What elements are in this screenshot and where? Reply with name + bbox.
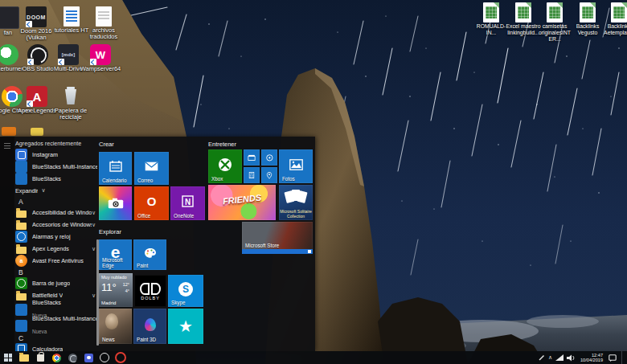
app-item-bluestacks[interactable]: BlueStacks (15, 173, 97, 185)
music-icon (264, 152, 275, 163)
bluestacks-icon (15, 320, 27, 332)
tile-camara[interactable] (99, 186, 132, 220)
calculator-icon (246, 170, 257, 181)
app-item-avast[interactable]: a Avast Free Antivirus (15, 255, 97, 267)
desktop-icon-recycle-bin[interactable]: Papelera de reciclaje (48, 86, 93, 121)
hamburger-icon[interactable] (4, 143, 10, 144)
desktop-icon-archivos[interactable]: archivos traducidos (81, 6, 126, 40)
desktop-icon-romuald[interactable]: ROMUALD-IN... (473, 2, 509, 36)
tile-skype[interactable]: S Skype (168, 275, 203, 307)
volume-icon[interactable] (567, 354, 575, 362)
app-item-instagram[interactable]: Instagram (15, 149, 97, 161)
start-button[interactable] (0, 351, 16, 364)
taskbar: ∧ 12:47 10/04/2019 (0, 351, 627, 364)
folder-icon (19, 354, 29, 362)
ring-app-icon (100, 353, 109, 362)
app-item-accesibilidad[interactable]: Accesibilidad de Windows ∨ (15, 207, 97, 219)
group-header-entretener[interactable]: Entretener (208, 141, 236, 148)
blue-app-icon (84, 354, 93, 362)
expand-button[interactable]: Expandir ∨ (15, 185, 97, 196)
group-header-explorar[interactable]: Explorar (99, 228, 121, 235)
map-pin-icon (264, 170, 275, 181)
start-menu-rail (0, 137, 14, 351)
shortcut-arrow-icon (27, 59, 34, 65)
recently-added-header: Agregados recientemente (15, 138, 97, 149)
letter-header-b[interactable]: B (15, 267, 97, 277)
wampserver-icon: W (90, 44, 111, 65)
tile-peliculas-tv[interactable] (244, 149, 260, 166)
alarm-clock-icon (15, 231, 27, 243)
folder-icon (15, 243, 27, 255)
tile-candy-crush-friends[interactable]: FRIENDS (208, 185, 276, 220)
app-item-barra-de-juego[interactable]: Barra de juego (15, 277, 97, 289)
show-desktop-button[interactable] (621, 351, 624, 364)
candy-crush-logo: FRIENDS (208, 191, 276, 208)
taskbar-clock[interactable]: 12:47 10/04/2019 (578, 353, 605, 363)
dolby-logo-icon (134, 275, 166, 307)
group-header-crear[interactable]: Crear (99, 141, 114, 148)
tile-dolby[interactable]: DOLBY (134, 275, 166, 307)
tile-onenote[interactable]: N OneNote (170, 186, 205, 220)
tile-paint[interactable]: Paint (133, 239, 166, 270)
app-item-bluestacks-mim-new[interactable]: BlueStacks Multi-Instance Manager Nueva (15, 317, 97, 333)
badge-icon (308, 250, 311, 253)
tile-microsoft-store[interactable]: Microsoft Store (242, 222, 313, 254)
folder-icon (15, 219, 27, 231)
desktop-icon-backlinks-vegusto[interactable]: Backlinks Vegusto (570, 2, 605, 36)
svg-text:N: N (185, 198, 191, 207)
app-item-bluestacks-mim[interactable]: BlueStacks Multi-Instance Manager (15, 161, 97, 173)
tile-calculadora-small[interactable] (244, 167, 260, 183)
tile-calendario[interactable]: Calendario (99, 152, 132, 185)
desktop-icon-excel-maestro[interactable]: Excel maestro linkingbuild... (506, 2, 541, 36)
tile-fotos[interactable]: Fotos (279, 149, 313, 183)
spreadsheet-icon (611, 2, 627, 22)
desktop-icon-partial[interactable] (31, 128, 43, 136)
tile-paint-3d[interactable]: Paint 3D (133, 309, 166, 344)
news-photo (105, 313, 118, 329)
bluestacks-icon (15, 173, 27, 185)
camera-icon (99, 186, 132, 220)
taskbar-blue-app[interactable] (80, 351, 96, 364)
system-tray: ∧ 12:47 10/04/2019 (539, 351, 627, 364)
app-item-apex-legends[interactable]: Apex Legends ∨ (15, 243, 97, 255)
film-icon (246, 152, 257, 163)
taskbar-file-explorer[interactable] (16, 351, 32, 364)
taskbar-opera[interactable] (113, 351, 129, 364)
app-item-accesorios[interactable]: Accesorios de Windows ∨ (15, 219, 97, 231)
tray-chevron-up-icon[interactable]: ∧ (548, 354, 552, 361)
playing-card (297, 190, 307, 203)
tile-solitaire[interactable]: Microsoft Solitaire Collection (279, 185, 313, 220)
tile-microsoft-edge[interactable]: e Microsoft Edge (99, 239, 132, 270)
store-tile-strip (242, 249, 313, 254)
action-center-icon[interactable] (609, 354, 617, 362)
avast-icon: a (15, 255, 27, 267)
taskbar-microsoft-store[interactable] (32, 351, 48, 364)
network-icon[interactable] (555, 354, 563, 361)
taskbar-swirl-app[interactable] (64, 351, 80, 364)
tile-office[interactable]: O Office (134, 186, 169, 220)
desktop-icon-partial[interactable] (2, 127, 16, 136)
desktop-icon-backlinks-aetemplates[interactable]: Backlinks Aetemplates (601, 2, 627, 36)
pen-icon[interactable] (539, 354, 545, 361)
chevron-down-icon: ∨ (92, 210, 97, 216)
chevron-down-icon: ∨ (41, 187, 47, 194)
desktop-icon-camisetas[interactable]: camisetas originalesINTER... (537, 2, 572, 43)
app-item-alarmas[interactable]: Alarmas y reloj (15, 231, 97, 243)
tile-news[interactable]: News (99, 309, 132, 344)
opera-icon (115, 352, 126, 363)
doom-icon: DOOM (26, 6, 47, 27)
taskbar-chrome[interactable] (48, 351, 64, 364)
tile-correo[interactable]: Correo (134, 152, 169, 185)
tile-groove-musica[interactable] (261, 149, 277, 166)
desktop: fan DOOM Doom 2016 (Vulkan tutoriales HT… (0, 0, 627, 364)
letter-header-a[interactable]: A (15, 196, 97, 207)
tile-xbox[interactable]: Xbox (208, 149, 242, 183)
desktop-icon-wampserver[interactable]: W Wampserver64 (78, 44, 123, 72)
document-icon (96, 6, 112, 27)
tile-el-tiempo[interactable]: Muy nublado 11° 12° 4° Madrid (99, 273, 133, 307)
start-menu-app-list: Agregados recientemente Instagram BlueSt… (15, 138, 97, 355)
taskbar-ring-app[interactable] (96, 351, 113, 364)
document-icon (64, 6, 80, 27)
tile-star-app[interactable]: ★ (168, 309, 203, 344)
tile-mapas[interactable] (261, 167, 277, 183)
